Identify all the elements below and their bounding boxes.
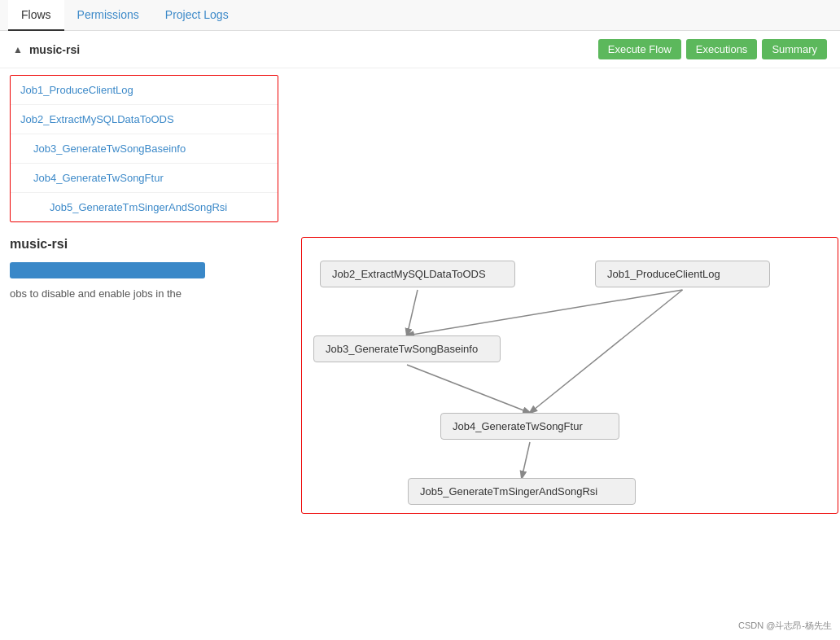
flow-title: ▲ music-rsi — [13, 43, 80, 56]
dag-node-n_job2[interactable]: Job2_ExtractMySQLDataToODS — [320, 261, 515, 287]
toggle-jobs-button[interactable] — [10, 262, 205, 278]
dag-node-n_job5[interactable]: Job5_GenerateTmSingerAndSongRsi — [408, 478, 636, 505]
execute-flow-button[interactable]: Execute Flow — [598, 39, 681, 59]
job-list-item-job2[interactable]: Job2_ExtractMySQLDataToODS — [11, 105, 278, 134]
tab-project-logs[interactable]: Project Logs — [152, 0, 242, 31]
job-list-panel: Job1_ProduceClientLogJob2_ExtractMySQLDa… — [10, 75, 278, 222]
job-list-item-job1[interactable]: Job1_ProduceClientLog — [11, 76, 278, 105]
svg-line-2 — [407, 365, 530, 413]
job-list-item-job3[interactable]: Job3_GenerateTwSongBaseinfo — [11, 134, 278, 164]
collapse-arrow-icon[interactable]: ▲ — [13, 44, 23, 55]
tab-permissions[interactable]: Permissions — [64, 0, 152, 31]
summary-button[interactable]: Summary — [762, 39, 827, 59]
svg-line-4 — [522, 442, 530, 478]
flow-action-buttons: Execute Flow Executions Summary — [598, 39, 827, 59]
content-area: ▲ music-rsi Execute Flow Executions Summ… — [0, 31, 840, 522]
tabs-bar: Flows Permissions Project Logs — [0, 0, 840, 31]
dag-panel: Job2_ExtractMySQLDataToODSJob1_ProduceCl… — [277, 229, 840, 522]
left-panel: music-rsi obs to disable and enable jobs… — [0, 229, 277, 522]
lower-section: music-rsi obs to disable and enable jobs… — [0, 229, 840, 522]
svg-line-1 — [407, 290, 683, 335]
flow-name-label: music-rsi — [29, 43, 80, 56]
svg-line-0 — [407, 290, 418, 335]
panel-description: obs to disable and enable jobs in the — [10, 287, 267, 301]
job-list-item-job5[interactable]: Job5_GenerateTmSingerAndSongRsi — [11, 193, 278, 221]
flow-header: ▲ music-rsi Execute Flow Executions Summ… — [0, 31, 840, 68]
executions-button[interactable]: Executions — [686, 39, 758, 59]
dag-node-n_job3[interactable]: Job3_GenerateTwSongBaseinfo — [313, 335, 501, 362]
svg-line-3 — [530, 290, 683, 413]
dag-node-n_job1[interactable]: Job1_ProduceClientLog — [595, 261, 770, 287]
panel-title: music-rsi — [10, 237, 267, 252]
dag-node-n_job4[interactable]: Job4_GenerateTwSongFtur — [440, 413, 619, 440]
dag-container: Job2_ExtractMySQLDataToODSJob1_ProduceCl… — [301, 237, 838, 514]
job-list-item-job4[interactable]: Job4_GenerateTwSongFtur — [11, 164, 278, 193]
tab-flows[interactable]: Flows — [8, 0, 64, 31]
